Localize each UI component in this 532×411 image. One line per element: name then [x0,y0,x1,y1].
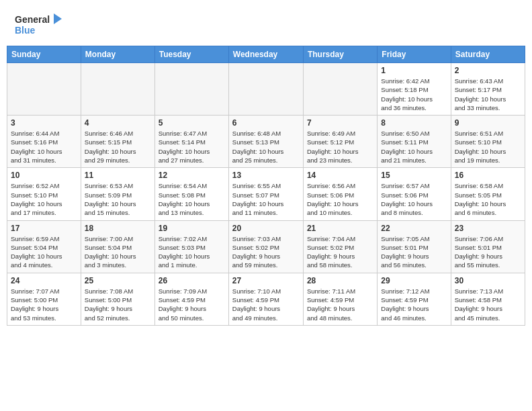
day-info: Sunrise: 7:10 AM Sunset: 4:59 PM Dayligh… [232,287,300,322]
weekday-header-row: SundayMondayTuesdayWednesdayThursdayFrid… [7,46,525,63]
calendar-cell: 19Sunrise: 7:02 AM Sunset: 5:03 PM Dayli… [154,220,228,273]
day-info: Sunrise: 6:53 AM Sunset: 5:09 PM Dayligh… [85,181,151,217]
calendar-cell: 8Sunrise: 6:50 AM Sunset: 5:11 PM Daylig… [378,116,451,168]
calendar-cell: 22Sunrise: 7:05 AM Sunset: 5:01 PM Dayli… [378,220,451,273]
svg-text:Blue: Blue [15,25,36,36]
calendar-cell: 12Sunrise: 6:54 AM Sunset: 5:08 PM Dayli… [154,168,228,220]
day-number: 26 [159,276,225,285]
calendar-cell: 14Sunrise: 6:56 AM Sunset: 5:06 PM Dayli… [303,168,377,220]
weekday-header-monday: Monday [81,46,154,63]
day-info: Sunrise: 7:11 AM Sunset: 4:59 PM Dayligh… [307,287,373,322]
day-info: Sunrise: 6:55 AM Sunset: 5:07 PM Dayligh… [232,181,300,217]
calendar-cell: 2Sunrise: 6:43 AM Sunset: 5:17 PM Daylig… [451,63,525,116]
day-number: 22 [381,224,447,233]
calendar-cell: 9Sunrise: 6:51 AM Sunset: 5:10 PM Daylig… [451,116,525,168]
day-info: Sunrise: 6:51 AM Sunset: 5:10 PM Dayligh… [455,129,521,165]
day-info: Sunrise: 7:12 AM Sunset: 4:59 PM Dayligh… [381,287,447,322]
day-number: 3 [11,118,77,128]
day-info: Sunrise: 6:54 AM Sunset: 5:08 PM Dayligh… [159,181,225,217]
calendar-cell: 11Sunrise: 6:53 AM Sunset: 5:09 PM Dayli… [81,168,154,220]
day-info: Sunrise: 7:09 AM Sunset: 4:59 PM Dayligh… [159,287,225,322]
day-number: 24 [11,276,77,285]
day-number: 20 [232,224,300,233]
day-number: 15 [381,171,447,180]
day-number: 5 [159,118,225,128]
day-number: 12 [159,171,225,180]
calendar-cell: 25Sunrise: 7:08 AM Sunset: 5:00 PM Dayli… [81,273,154,325]
day-info: Sunrise: 7:06 AM Sunset: 5:01 PM Dayligh… [455,234,521,270]
calendar-cell: 23Sunrise: 7:06 AM Sunset: 5:01 PM Dayli… [451,220,525,273]
day-number: 25 [85,276,151,285]
day-info: Sunrise: 6:59 AM Sunset: 5:04 PM Dayligh… [11,234,77,270]
day-info: Sunrise: 7:07 AM Sunset: 5:00 PM Dayligh… [11,287,77,322]
day-number: 9 [455,118,521,128]
calendar-cell: 21Sunrise: 7:04 AM Sunset: 5:02 PM Dayli… [303,220,377,273]
day-info: Sunrise: 6:56 AM Sunset: 5:06 PM Dayligh… [307,181,373,217]
calendar-cell [228,63,303,116]
weekday-header-wednesday: Wednesday [228,46,303,63]
calendar-cell: 4Sunrise: 6:46 AM Sunset: 5:15 PM Daylig… [81,116,154,168]
day-number: 18 [85,224,151,233]
day-number: 14 [307,171,373,180]
day-info: Sunrise: 6:44 AM Sunset: 5:16 PM Dayligh… [11,129,77,165]
calendar-cell [154,63,228,116]
calendar-cell: 20Sunrise: 7:03 AM Sunset: 5:02 PM Dayli… [228,220,303,273]
calendar-week-1: 1Sunrise: 6:42 AM Sunset: 5:18 PM Daylig… [7,63,525,116]
calendar-cell: 17Sunrise: 6:59 AM Sunset: 5:04 PM Dayli… [7,220,81,273]
calendar-week-3: 10Sunrise: 6:52 AM Sunset: 5:10 PM Dayli… [7,168,525,220]
day-number: 7 [307,118,373,128]
day-info: Sunrise: 6:48 AM Sunset: 5:13 PM Dayligh… [232,129,300,165]
calendar-week-4: 17Sunrise: 6:59 AM Sunset: 5:04 PM Dayli… [7,220,525,273]
day-info: Sunrise: 7:02 AM Sunset: 5:03 PM Dayligh… [159,234,225,270]
svg-marker-2 [54,13,62,24]
day-info: Sunrise: 6:47 AM Sunset: 5:14 PM Dayligh… [159,129,225,165]
calendar-cell: 15Sunrise: 6:57 AM Sunset: 5:06 PM Dayli… [378,168,451,220]
calendar-cell: 26Sunrise: 7:09 AM Sunset: 4:59 PM Dayli… [154,273,228,325]
day-number: 27 [232,276,300,285]
calendar-cell: 3Sunrise: 6:44 AM Sunset: 5:16 PM Daylig… [7,116,81,168]
day-number: 21 [307,224,373,233]
day-info: Sunrise: 7:04 AM Sunset: 5:02 PM Dayligh… [307,234,373,270]
calendar-cell: 30Sunrise: 7:13 AM Sunset: 4:58 PM Dayli… [451,273,525,325]
weekday-header-sunday: Sunday [7,46,81,63]
calendar-week-2: 3Sunrise: 6:44 AM Sunset: 5:16 PM Daylig… [7,116,525,168]
day-number: 10 [11,171,77,180]
calendar-cell [303,63,377,116]
day-number: 4 [85,118,151,128]
calendar-cell: 24Sunrise: 7:07 AM Sunset: 5:00 PM Dayli… [7,273,81,325]
calendar-cell: 27Sunrise: 7:10 AM Sunset: 4:59 PM Dayli… [228,273,303,325]
page-header: General Blue [7,7,525,42]
calendar-cell: 1Sunrise: 6:42 AM Sunset: 5:18 PM Daylig… [378,63,451,116]
day-number: 13 [232,171,300,180]
day-number: 6 [232,118,300,128]
day-info: Sunrise: 6:49 AM Sunset: 5:12 PM Dayligh… [307,129,373,165]
day-number: 16 [455,171,521,180]
day-number: 23 [455,224,521,233]
calendar-week-5: 24Sunrise: 7:07 AM Sunset: 5:00 PM Dayli… [7,273,525,325]
day-info: Sunrise: 7:00 AM Sunset: 5:04 PM Dayligh… [85,234,151,270]
calendar-cell: 13Sunrise: 6:55 AM Sunset: 5:07 PM Dayli… [228,168,303,220]
day-number: 29 [381,276,447,285]
calendar-cell: 6Sunrise: 6:48 AM Sunset: 5:13 PM Daylig… [228,116,303,168]
day-info: Sunrise: 6:43 AM Sunset: 5:17 PM Dayligh… [455,77,521,112]
svg-text:General: General [15,14,50,25]
calendar-cell: 28Sunrise: 7:11 AM Sunset: 4:59 PM Dayli… [303,273,377,325]
day-info: Sunrise: 7:13 AM Sunset: 4:58 PM Dayligh… [455,287,521,322]
weekday-header-tuesday: Tuesday [154,46,228,63]
calendar-cell: 5Sunrise: 6:47 AM Sunset: 5:14 PM Daylig… [154,116,228,168]
day-number: 19 [159,224,225,233]
day-info: Sunrise: 6:58 AM Sunset: 5:05 PM Dayligh… [455,181,521,217]
calendar-cell: 18Sunrise: 7:00 AM Sunset: 5:04 PM Dayli… [81,220,154,273]
day-number: 28 [307,276,373,285]
logo: General Blue [15,12,62,39]
calendar-cell: 7Sunrise: 6:49 AM Sunset: 5:12 PM Daylig… [303,116,377,168]
day-info: Sunrise: 7:03 AM Sunset: 5:02 PM Dayligh… [232,234,300,270]
weekday-header-thursday: Thursday [303,46,377,63]
day-info: Sunrise: 6:57 AM Sunset: 5:06 PM Dayligh… [381,181,447,217]
weekday-header-saturday: Saturday [451,46,525,63]
day-info: Sunrise: 7:05 AM Sunset: 5:01 PM Dayligh… [381,234,447,270]
calendar-cell: 16Sunrise: 6:58 AM Sunset: 5:05 PM Dayli… [451,168,525,220]
calendar-cell [81,63,154,116]
weekday-header-friday: Friday [378,46,451,63]
calendar-cell: 29Sunrise: 7:12 AM Sunset: 4:59 PM Dayli… [378,273,451,325]
